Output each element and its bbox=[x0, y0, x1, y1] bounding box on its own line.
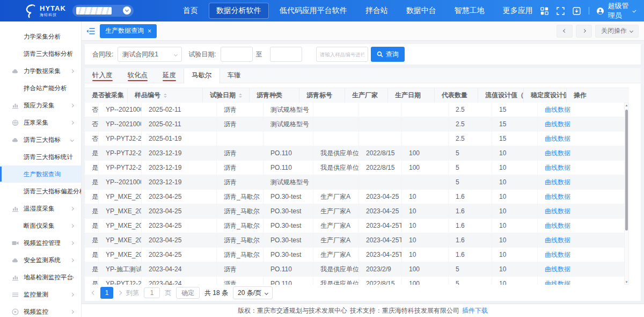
column-header[interactable]: 代表数量 bbox=[435, 88, 478, 103]
sort-carets-icon[interactable] bbox=[239, 92, 242, 99]
tab-production-data-query[interactable]: 生产数据查询 × bbox=[100, 24, 157, 38]
cell-collected: 是 bbox=[85, 146, 99, 160]
test-type-tab[interactable]: 马歇尔 bbox=[184, 68, 220, 83]
table-row: 是 YP_MXE_20230425-05 2023-04-25 沥青_马歇尔 P… bbox=[85, 190, 629, 204]
curve-data-link[interactable]: 曲线数据 bbox=[545, 163, 570, 172]
date-from-input[interactable] bbox=[221, 47, 253, 62]
fullscreen-icon[interactable] bbox=[557, 7, 565, 15]
close-tab-icon[interactable]: × bbox=[148, 28, 151, 34]
curve-data-link[interactable]: 曲线数据 bbox=[545, 149, 570, 158]
cell-manufacturer bbox=[313, 132, 359, 146]
curve-data-link[interactable]: 曲线数据 bbox=[545, 236, 570, 245]
sidebar-item[interactable]: 沥青三大指标偏差分析 bbox=[0, 183, 81, 200]
curve-data-link[interactable]: 曲线数据 bbox=[545, 279, 570, 285]
query-button[interactable]: 查询 bbox=[371, 47, 405, 62]
close-operations-button[interactable]: 关闭操作 bbox=[595, 25, 639, 38]
column-header[interactable]: 样品编号 bbox=[128, 88, 203, 103]
cell-qty: 10 bbox=[402, 248, 449, 262]
column-header[interactable]: 试验日期 bbox=[203, 88, 250, 103]
sort-carets-icon[interactable] bbox=[164, 92, 167, 99]
curve-data-link[interactable]: 曲线数据 bbox=[545, 192, 570, 201]
sidebar-item[interactable]: 预应力采集 bbox=[0, 97, 81, 114]
curve-data-link[interactable]: 曲线数据 bbox=[545, 221, 570, 230]
sample-search-input[interactable] bbox=[316, 47, 368, 62]
sidebar-item[interactable]: 沥青三大指标分析 bbox=[0, 45, 81, 62]
sidebar-item[interactable]: 温湿度采集 bbox=[0, 200, 81, 217]
column-header[interactable]: 生产厂家 bbox=[345, 88, 388, 103]
tabs-scroll-right-button[interactable] bbox=[576, 25, 592, 38]
download-box-icon[interactable] bbox=[573, 7, 581, 15]
sidebar-item[interactable]: 断面仪采集 bbox=[0, 217, 81, 234]
next-page-button[interactable] bbox=[118, 291, 121, 294]
cell-asphalt-type: 沥青 bbox=[217, 262, 264, 276]
test-type-tab[interactable]: 车辙 bbox=[220, 68, 248, 83]
sidebar-item-label: 力学采集分析 bbox=[24, 33, 61, 41]
column-header[interactable]: 稳定度设计值(... bbox=[524, 88, 567, 103]
test-type-tab[interactable]: 延度 bbox=[155, 68, 184, 83]
prev-page-button[interactable] bbox=[92, 291, 96, 294]
sidebar-item[interactable]: 压浆采集 bbox=[0, 114, 81, 131]
curve-data-link[interactable]: 曲线数据 bbox=[545, 178, 570, 187]
cell-flow: 2.5 bbox=[449, 103, 492, 117]
nav-menu-item[interactable]: 更多应用 bbox=[495, 3, 540, 19]
nav-menu-item[interactable]: 智慧工地 bbox=[447, 3, 492, 19]
contract-select[interactable]: 测试合同段1 bbox=[118, 47, 182, 62]
sidebar-item-icon bbox=[12, 171, 19, 178]
column-header[interactable]: 操作 bbox=[567, 88, 629, 103]
sidebar-item[interactable]: 安全监测系统 bbox=[0, 251, 81, 269]
column-header[interactable]: 是否被采集 bbox=[85, 88, 128, 103]
cell-manufacturer: 我是供应单位-... bbox=[313, 161, 359, 175]
nav-menu-item[interactable]: 低代码应用平台软件 bbox=[272, 3, 355, 19]
column-header-label: 稳定度设计值(... bbox=[531, 91, 567, 100]
curve-data-link[interactable]: 曲线数据 bbox=[545, 250, 570, 260]
page-tab-strip: 生产数据查询 × 关闭操作 bbox=[82, 21, 644, 41]
cell-qty bbox=[402, 117, 449, 131]
sidebar-item[interactable]: 力学采集分析 bbox=[0, 28, 81, 45]
column-header[interactable]: 沥青标号 bbox=[299, 88, 345, 103]
sidebar-item-icon bbox=[12, 205, 19, 212]
cell-prod-date: 2023-04-25T1... bbox=[359, 219, 402, 233]
date-to-input[interactable] bbox=[270, 47, 302, 62]
sidebar-item[interactable]: 沥青三大指标 bbox=[0, 131, 81, 148]
curve-data-link[interactable]: 曲线数据 bbox=[545, 105, 570, 114]
goto-page-input[interactable] bbox=[144, 287, 160, 298]
user-chevron-icon bbox=[632, 9, 636, 12]
nav-menu-item[interactable]: 数据中台 bbox=[399, 3, 444, 19]
sidebar-item[interactable]: 视频监控管理 bbox=[0, 234, 81, 251]
column-header[interactable]: 流值设计值（... bbox=[478, 88, 524, 103]
project-switcher[interactable] bbox=[72, 5, 134, 17]
column-header[interactable]: 沥青种类 bbox=[250, 88, 299, 103]
nav-menu-item[interactable]: 数据分析软件 bbox=[209, 3, 269, 19]
scrollbar-thumb[interactable] bbox=[625, 110, 628, 230]
nav-menu-item[interactable]: 首页 bbox=[175, 3, 206, 19]
page-size-select[interactable]: 20 条/页 bbox=[233, 286, 273, 299]
sidebar-item[interactable]: 拌合站产能分析 bbox=[0, 80, 81, 97]
contract-label: 合同段: bbox=[92, 50, 113, 59]
curve-data-link[interactable]: 曲线数据 bbox=[545, 207, 570, 216]
confirm-page-button[interactable]: 确定 bbox=[176, 287, 200, 299]
column-header[interactable]: 生产日期 bbox=[388, 88, 435, 103]
plugin-download-link[interactable]: 插件下载 bbox=[462, 306, 488, 315]
switcher-chevron-icon[interactable] bbox=[123, 6, 131, 15]
sidebar-item[interactable]: 力学数据采集 bbox=[0, 62, 81, 80]
cell-manufacturer: 我是供应单位-... bbox=[313, 277, 359, 285]
goto-label: 到第 bbox=[126, 289, 139, 298]
curve-data-link[interactable]: 曲线数据 bbox=[545, 265, 570, 274]
curve-data-link[interactable]: 曲线数据 bbox=[545, 120, 570, 129]
curve-data-link[interactable]: 曲线数据 bbox=[545, 134, 570, 143]
apps-grid-icon[interactable] bbox=[540, 7, 548, 15]
test-type-tab[interactable]: 软化点 bbox=[120, 68, 156, 83]
test-type-tab[interactable]: 针入度 bbox=[85, 68, 120, 83]
menu-fold-icon[interactable] bbox=[86, 27, 95, 35]
page-1-button[interactable]: 1 bbox=[100, 287, 113, 299]
sidebar-item[interactable]: 生产数据查询 bbox=[0, 165, 81, 183]
table-scrollbar[interactable] bbox=[624, 103, 629, 285]
sidebar-item[interactable]: 地基检测监控平台 bbox=[0, 269, 81, 286]
sidebar-item[interactable]: 监控量测 bbox=[0, 286, 81, 303]
user-menu[interactable]: 超级管理员 bbox=[597, 1, 635, 20]
sidebar-item[interactable]: 视频监控 bbox=[0, 303, 81, 317]
sidebar-item[interactable]: 沥青三大指标统计 bbox=[0, 148, 81, 165]
column-header-label: 是否被采集 bbox=[92, 91, 124, 100]
tabs-scroll-left-button[interactable] bbox=[557, 25, 573, 38]
nav-menu-item[interactable]: 拌合站 bbox=[358, 3, 396, 19]
